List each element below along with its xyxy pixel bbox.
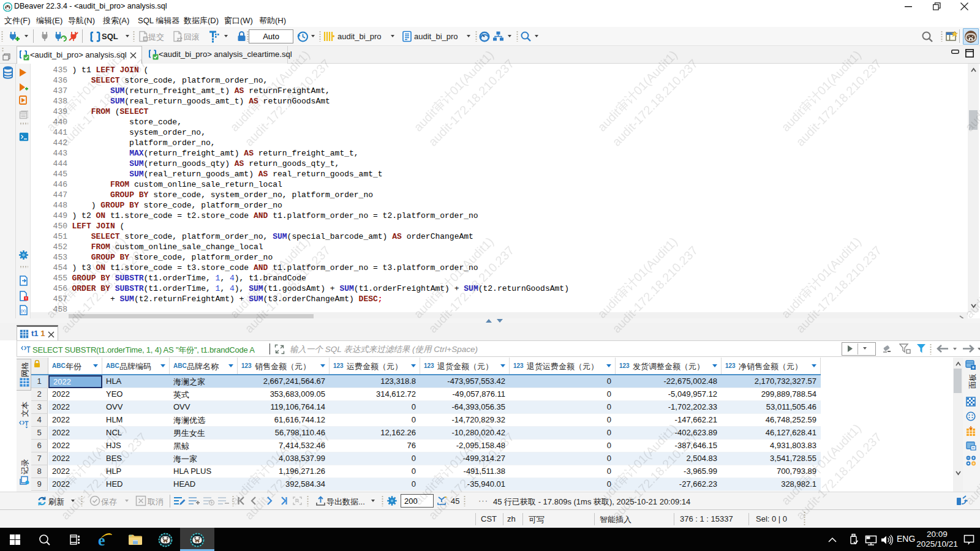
svg-text:e: e [98,532,105,548]
svg-text:(x): (x) [21,309,26,313]
